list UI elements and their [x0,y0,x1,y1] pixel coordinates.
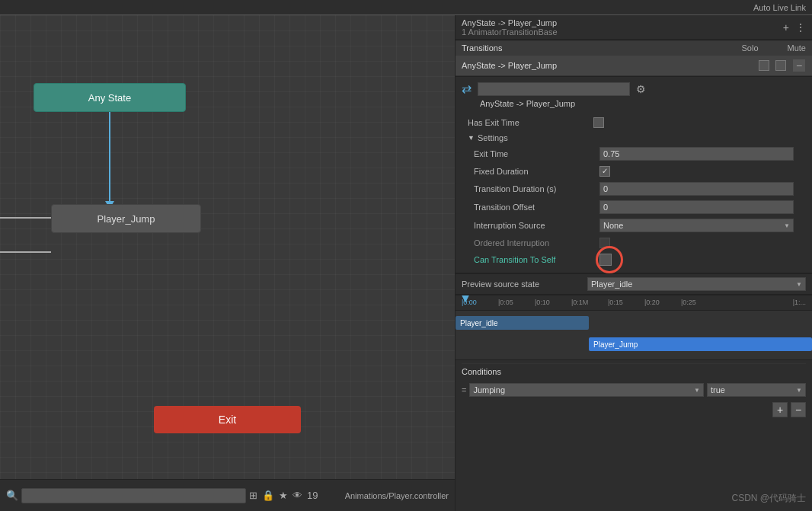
exit-button-area: Exit [0,406,455,433]
transition-offset-input[interactable] [599,200,794,214]
conditions-buttons: + − [462,402,806,417]
condition-row: = Jumping true [462,381,806,399]
transition-duration-row: Transition Duration (s) [468,180,800,198]
transition-detail-section: ⇄ ⚙ AnyState -> Player_Jump Has Exit Tim… [456,77,812,273]
track-bar-area-jump: Player_Jump [456,335,812,353]
player-jump-label: Player_Jump [98,213,155,225]
search-icon: 🔍 [6,490,18,501]
add-condition-button[interactable]: + [772,402,788,417]
can-transition-label: Can Transition To Self [474,255,599,264]
graph-canvas[interactable]: Any State Player_Jump Exit [0,15,455,479]
has-exit-time-row: Has Exit Time [462,114,806,131]
transition-offset-label: Transition Offset [474,203,599,212]
conditions-header: Conditions [462,363,806,376]
add-transition-button[interactable]: + [783,21,789,34]
solo-checkbox[interactable] [759,60,769,71]
preview-source-value: Player_idle [591,279,632,289]
player-jump-node[interactable]: Player_Jump [51,204,201,233]
ruler-mark-end: |1:... [793,299,806,306]
conditions-label: Conditions [462,367,501,376]
arrow-line [109,112,110,204]
has-exit-time-label: Has Exit Time [468,118,593,127]
has-exit-time-checkbox[interactable] [593,117,604,128]
inspector-header-title: AnyState -> Player_Jump [462,18,558,27]
transition-row[interactable]: AnyState -> Player_Jump − [456,56,812,76]
track-jump-label: Player_Jump [593,340,638,349]
top-bar: Auto Live Link [0,0,812,15]
triangle-icon: ▼ [468,134,475,142]
graph-bottom-bar: 🔍 ⊞ 🔒 ★ 👁 19 Animations/Player.controlle… [0,479,455,511]
gear-icon[interactable]: ⚙ [636,83,646,95]
ruler-mark-5: |0:20 [644,299,660,306]
fixed-duration-checkbox[interactable] [599,166,610,177]
layers-icon[interactable]: ⊞ [249,490,257,501]
bottom-toolbar-icons: ⊞ 🔒 ★ 👁 19 [249,490,318,501]
condition-value: true [711,385,725,394]
preview-source-label: Preview source state [462,279,587,289]
search-input[interactable] [21,488,246,503]
inspector-header-info: AnyState -> Player_Jump 1 AnimatorTransi… [462,18,558,37]
transition-offset-row: Transition Offset [468,198,800,216]
more-options-button[interactable]: ⋮ [795,21,806,34]
mute-checkbox[interactable] [775,60,786,71]
interruption-source-label: Interruption Source [474,221,599,230]
main-area: Any State Player_Jump Exit 🔍 [0,15,812,511]
transitions-section: Transitions Solo Mute AnyState -> Player… [456,40,812,77]
track-bar-jump[interactable]: Player_Jump [589,337,812,351]
interruption-source-dropdown[interactable]: None [599,219,794,232]
track-bar-area-idle: Player_idle [456,314,812,332]
exit-time-input[interactable] [599,147,794,161]
condition-parameter-value: Jumping [473,385,505,394]
preview-source-row: Preview source state Player_idle [456,273,812,295]
ordered-interruption-label: Ordered Interruption [474,238,599,248]
remove-condition-button[interactable]: − [791,402,806,417]
transitions-label: Transitions [462,43,502,53]
timeline-tracks: Player_idle Player_Jump [456,311,812,359]
graph-panel: Any State Player_Jump Exit 🔍 [0,15,456,511]
ruler-mark-2: |0:10 [535,299,550,306]
file-path: Animations/Player.controller [321,491,449,500]
remove-transition-button[interactable]: − [792,59,806,72]
transition-detail-icon: ⇄ [462,81,472,96]
condition-value-dropdown[interactable]: true [707,383,806,397]
solo-label: Solo [742,43,759,53]
timeline-area: |0:00 |0:05 |0:10 |0:1M |0:15 |0:20 |0:2… [456,295,812,360]
track-bar-idle[interactable]: Player_idle [456,316,589,330]
transitions-header: Transitions Solo Mute [456,40,812,56]
side-arrow-left2 [0,251,51,253]
interruption-source-row: Interruption Source None [468,216,800,235]
transition-duration-input[interactable] [599,182,794,196]
interruption-source-value: None [603,221,623,230]
inspector-panel: AnyState -> Player_Jump 1 AnimatorTransi… [456,15,812,511]
layer-count-icon: 👁 [293,490,302,501]
fixed-duration-label: Fixed Duration [474,167,599,176]
star-icon[interactable]: ★ [279,490,288,501]
ruler-mark-4: |0:15 [608,299,623,306]
settings-label: ▼ Settings [468,131,800,145]
can-transition-checkbox[interactable] [599,254,612,266]
ruler-mark-6: |0:25 [681,299,696,306]
condition-parameter-dropdown[interactable]: Jumping [469,383,704,397]
solo-mute-header: Solo Mute [742,43,807,53]
lock-icon[interactable]: 🔒 [262,490,274,501]
conditions-section: Conditions = Jumping true + − [456,360,812,420]
auto-live-link-label: Auto Live Link [753,3,806,12]
ruler-mark-3: |0:1M [571,299,588,306]
transition-name-input[interactable] [478,82,630,96]
preview-source-dropdown[interactable]: Player_idle [587,277,806,291]
ruler-mark-0: |0:00 [462,299,477,306]
any-state-node[interactable]: Any State [34,83,186,112]
track-row-idle: Player_idle [456,314,812,332]
detail-header: ⇄ ⚙ [462,81,806,96]
transition-row-label: AnyState -> Player_Jump [462,61,753,70]
side-arrow-left [0,217,51,219]
settings-section: ▼ Settings Exit Time Fixed Duration Tran… [462,131,806,268]
any-state-label: Any State [88,92,131,104]
timeline-ruler: |0:00 |0:05 |0:10 |0:1M |0:15 |0:20 |0:2… [456,295,812,311]
inspector-top-header: AnyState -> Player_Jump 1 AnimatorTransi… [456,15,812,40]
track-idle-label: Player_idle [460,319,497,327]
track-row-jump: Player_Jump [456,335,812,353]
mute-label: Mute [788,43,806,53]
exit-button[interactable]: Exit [154,406,301,433]
ruler-container: |0:00 |0:05 |0:10 |0:1M |0:15 |0:20 |0:2… [462,295,806,311]
